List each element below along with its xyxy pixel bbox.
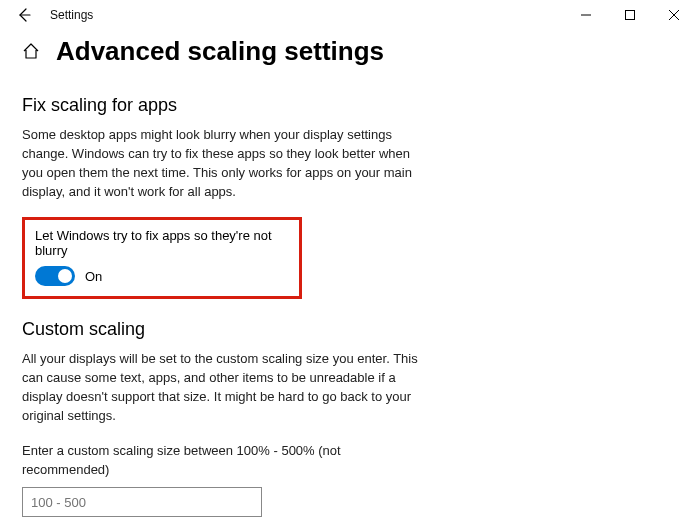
minimize-icon [581, 10, 591, 20]
fix-blurry-toggle-state: On [85, 269, 102, 284]
maximize-button[interactable] [608, 1, 652, 29]
page-heading-row: Advanced scaling settings [22, 36, 678, 67]
fix-scaling-heading: Fix scaling for apps [22, 95, 678, 116]
close-icon [669, 10, 679, 20]
fix-blurry-toggle-label: Let Windows try to fix apps so they're n… [35, 228, 289, 258]
arrow-left-icon [17, 8, 31, 22]
custom-scaling-description: All your displays will be set to the cus… [22, 350, 422, 425]
app-title: Settings [50, 8, 93, 22]
close-button[interactable] [652, 1, 696, 29]
custom-scaling-input-label: Enter a custom scaling size between 100%… [22, 442, 422, 480]
window-controls [564, 1, 696, 29]
toggle-row: On [35, 266, 289, 286]
highlight-box: Let Windows try to fix apps so they're n… [22, 217, 302, 299]
minimize-button[interactable] [564, 1, 608, 29]
fix-scaling-description: Some desktop apps might look blurry when… [22, 126, 422, 201]
custom-scaling-heading: Custom scaling [22, 319, 678, 340]
svg-rect-0 [626, 11, 635, 20]
home-button[interactable] [22, 42, 42, 62]
maximize-icon [625, 10, 635, 20]
back-button[interactable] [12, 3, 36, 27]
content-area: Advanced scaling settings Fix scaling fo… [0, 30, 700, 527]
custom-scaling-input[interactable] [22, 487, 262, 517]
page-title: Advanced scaling settings [56, 36, 384, 67]
fix-blurry-toggle[interactable] [35, 266, 75, 286]
home-icon [22, 42, 40, 60]
titlebar: Settings [0, 0, 700, 30]
